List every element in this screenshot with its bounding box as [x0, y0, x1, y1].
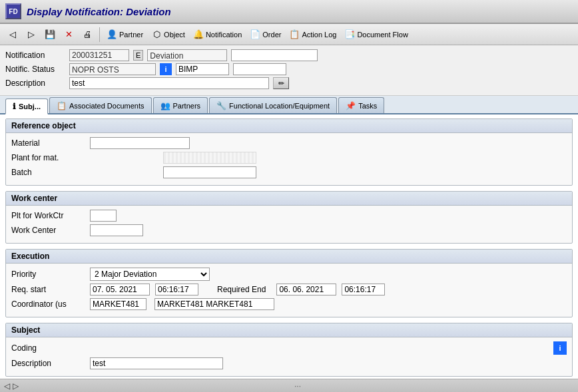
- subject-desc-input[interactable]: [90, 357, 223, 369]
- priority-row: Priority 2 Major Deviation: [11, 268, 567, 281]
- status-bar: ◁ ▷ ···: [0, 379, 578, 392]
- tab-associated-label: Associated Documents: [69, 102, 144, 110]
- docflow-label: Document Flow: [357, 31, 408, 39]
- subject-section: Subject Coding i Description: [5, 323, 573, 377]
- reference-object-title: Reference object: [6, 119, 572, 133]
- tab-subject[interactable]: ℹ Subj...: [5, 98, 48, 114]
- plt-workctr-input[interactable]: [90, 210, 117, 222]
- coordinator-id-input[interactable]: [90, 298, 146, 310]
- object-button[interactable]: ⬡ Object: [148, 26, 188, 43]
- tab-tasks[interactable]: 📌 Tasks: [338, 97, 384, 113]
- edit-description-button[interactable]: ✏: [273, 77, 289, 89]
- partner-label: Partner: [119, 31, 143, 39]
- subject-body: Coding i Description: [6, 337, 572, 376]
- description-row: Description ✏: [5, 77, 573, 89]
- org-code-extra-input[interactable]: [233, 63, 286, 75]
- tab-functional-label: Functional Location/Equipment: [229, 102, 330, 110]
- tab-partners[interactable]: 👥 Partners: [153, 97, 208, 113]
- execution-title: Execution: [6, 250, 572, 264]
- plant-blurred-value: [163, 152, 256, 164]
- actionlog-icon: 📋: [289, 29, 300, 40]
- notification-label: Notification: [206, 31, 242, 39]
- reference-object-body: Material Plant for mat. Batch: [6, 133, 572, 185]
- priority-label: Priority: [11, 270, 85, 279]
- coding-info-button[interactable]: i: [553, 341, 567, 355]
- docflow-icon: 📑: [344, 29, 355, 40]
- print-icon: 🖨: [82, 29, 93, 40]
- tab-subject-icon: ℹ: [13, 102, 16, 111]
- tab-tasks-icon: 📌: [346, 101, 356, 110]
- partner-button[interactable]: 👤 Partner: [103, 26, 146, 43]
- org-code-input[interactable]: [176, 63, 229, 75]
- req-end-label: Required End: [217, 285, 266, 294]
- work-center-label: Work Center: [11, 226, 85, 235]
- plant-row: Plant for mat.: [11, 152, 567, 164]
- description-field-label: Description: [5, 79, 65, 88]
- coding-row: Coding i: [11, 341, 567, 355]
- actionlog-label: Action Log: [302, 31, 336, 39]
- coordinator-name-input[interactable]: [154, 298, 274, 310]
- req-end-date-input[interactable]: [276, 284, 336, 295]
- req-end-time-input[interactable]: [342, 284, 385, 295]
- work-center-row: Work Center: [11, 224, 567, 236]
- forward-button[interactable]: ▷: [23, 26, 40, 43]
- tab-associated-icon: 📋: [57, 101, 67, 110]
- status-right-arrow[interactable]: ▷: [13, 381, 19, 391]
- notification-type-box[interactable]: E: [133, 50, 143, 61]
- notification-extra-input[interactable]: [231, 49, 318, 61]
- req-start-row: Req. start Required End: [11, 284, 567, 295]
- material-label: Material: [11, 138, 85, 148]
- subject-title: Subject: [6, 323, 572, 337]
- tab-associated[interactable]: 📋 Associated Documents: [49, 97, 152, 113]
- info-button[interactable]: i: [160, 63, 172, 75]
- save-button[interactable]: 💾: [41, 26, 59, 43]
- plt-workctr-label: Plt for WorkCtr: [11, 211, 85, 220]
- tab-subject-label: Subj...: [19, 102, 41, 110]
- docflow-button[interactable]: 📑 Document Flow: [341, 26, 411, 43]
- forward-icon: ▷: [26, 29, 37, 40]
- priority-select[interactable]: 2 Major Deviation: [90, 268, 210, 281]
- work-center-input[interactable]: [90, 224, 143, 236]
- material-input[interactable]: [90, 137, 190, 149]
- form-header: Notification E Deviation Notific. Status…: [0, 45, 578, 96]
- coordinator-row: Coordinator (us: [11, 298, 567, 310]
- tab-functional[interactable]: 🔧 Functional Location/Equipment: [209, 97, 337, 113]
- batch-row: Batch: [11, 166, 567, 178]
- notification-type-desc: Deviation: [147, 49, 227, 61]
- status-left-arrow[interactable]: ◁: [4, 381, 10, 391]
- notification-value-input[interactable]: [69, 49, 129, 61]
- status-center-dots: ···: [294, 381, 301, 391]
- plant-label: Plant for mat.: [11, 153, 158, 162]
- execution-body: Priority 2 Major Deviation Req. start Re…: [6, 264, 572, 317]
- coordinator-label: Coordinator (us: [11, 299, 85, 309]
- object-icon: ⬡: [151, 29, 162, 40]
- req-start-date-input[interactable]: [90, 284, 150, 295]
- req-start-label: Req. start: [11, 285, 85, 294]
- subject-desc-label: Description: [11, 359, 85, 368]
- tab-partners-label: Partners: [173, 102, 201, 110]
- batch-input[interactable]: [163, 166, 256, 178]
- toolbar-separator-1: [99, 27, 100, 42]
- app-icon: FD: [5, 3, 21, 19]
- material-row: Material: [11, 137, 567, 149]
- work-center-section: Work center Plt for WorkCtr Work Center: [5, 191, 573, 244]
- main-content: Reference object Material Plant for mat.…: [0, 114, 578, 392]
- order-button[interactable]: 📄 Order: [246, 26, 284, 43]
- cancel-button[interactable]: ✕: [60, 26, 77, 43]
- description-input[interactable]: [69, 77, 269, 89]
- back-icon: ◁: [7, 29, 18, 40]
- back-button[interactable]: ◁: [4, 26, 21, 43]
- notif-status-value: NOPR OSTS: [69, 63, 156, 75]
- work-center-title: Work center: [6, 192, 572, 206]
- reference-object-section: Reference object Material Plant for mat.…: [5, 118, 573, 186]
- subject-desc-row: Description: [11, 357, 567, 369]
- batch-label: Batch: [11, 168, 158, 177]
- notification-button[interactable]: 🔔 Notification: [190, 26, 245, 43]
- save-icon: 💾: [45, 29, 55, 40]
- notification-field-label: Notification: [5, 51, 65, 60]
- print-button[interactable]: 🖨: [79, 26, 96, 43]
- req-start-time-input[interactable]: [155, 284, 198, 295]
- partner-icon: 👤: [107, 29, 117, 40]
- cancel-icon: ✕: [63, 29, 74, 40]
- actionlog-button[interactable]: 📋 Action Log: [286, 26, 340, 43]
